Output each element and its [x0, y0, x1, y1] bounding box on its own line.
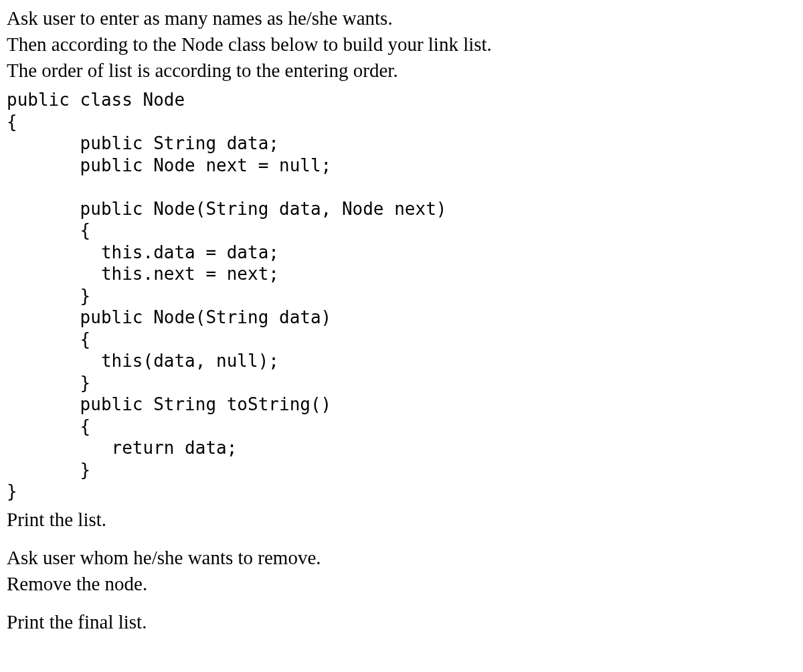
instruction-line-3: The order of list is according to the en… — [7, 58, 796, 84]
instruction-line-2: Then according to the Node class below t… — [7, 31, 796, 58]
instruction-ask-remove: Ask user whom he/she wants to remove. — [7, 545, 796, 571]
instruction-print-final: Print the final list. — [7, 609, 796, 635]
instruction-remove-node: Remove the node. — [7, 571, 796, 597]
instruction-line-1: Ask user to enter as many names as he/sh… — [7, 5, 796, 31]
instruction-print-list: Print the list. — [7, 507, 796, 533]
code-block-node-class: public class Node { public String data; … — [7, 89, 796, 503]
